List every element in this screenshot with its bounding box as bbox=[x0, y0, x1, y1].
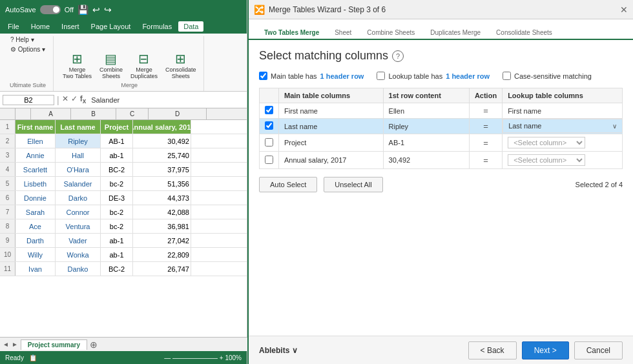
next-btn[interactable]: Next > bbox=[522, 341, 569, 359]
cell-a10[interactable]: Willy bbox=[16, 248, 56, 261]
main-table-header-checkbox[interactable] bbox=[259, 72, 267, 80]
combine-sheets-btn[interactable]: ▤ CombineSheets bbox=[97, 50, 125, 81]
cell-a3[interactable]: Annie bbox=[16, 148, 56, 162]
cell-d2[interactable]: 30,492 bbox=[133, 134, 191, 148]
save-icon[interactable]: 💾 bbox=[78, 5, 88, 15]
case-sensitive-checkbox[interactable] bbox=[503, 72, 511, 80]
row1-main-col[interactable]: First name bbox=[279, 103, 384, 119]
col-d-header[interactable]: D bbox=[149, 108, 207, 119]
row4-lookup-dropdown[interactable]: <Select column> bbox=[508, 154, 585, 166]
cell-a6[interactable]: Donnie bbox=[16, 191, 56, 205]
tab-file[interactable]: File bbox=[3, 21, 25, 32]
tab-formulas[interactable]: Formulas bbox=[137, 21, 177, 32]
tab-data[interactable]: Data bbox=[178, 21, 203, 32]
row4-checkbox-cell[interactable] bbox=[260, 152, 279, 169]
row2-checkbox[interactable] bbox=[265, 121, 273, 130]
cell-a7[interactable]: Sarah bbox=[16, 205, 56, 219]
row3-checkbox[interactable] bbox=[265, 138, 273, 147]
cell-c8[interactable]: bc-2 bbox=[101, 219, 133, 233]
row2-checkbox-cell[interactable] bbox=[260, 119, 279, 134]
table-row[interactable]: 11 Ivan Danko BC-2 26,747 bbox=[0, 262, 247, 276]
cell-c6[interactable]: DE-3 bbox=[101, 191, 133, 205]
cell-d3[interactable]: 25,740 bbox=[133, 148, 191, 162]
main-table-header-option[interactable]: Main table has 1 header row bbox=[259, 72, 364, 80]
cell-a9[interactable]: Darth bbox=[16, 234, 56, 247]
header-project[interactable]: Project bbox=[101, 120, 133, 134]
wizard-tab-duplicates[interactable]: Duplicates Merge bbox=[422, 26, 488, 40]
cell-d8[interactable]: 36,981 bbox=[133, 219, 191, 233]
wizard-tab-consolidate[interactable]: Consolidate Sheets bbox=[488, 26, 560, 40]
row1-lookup-col[interactable]: First name bbox=[503, 103, 623, 119]
unselect-all-btn[interactable]: Unselect All bbox=[324, 177, 382, 192]
sheet-nav-right[interactable]: ► bbox=[12, 341, 18, 348]
row1-checkbox-cell[interactable] bbox=[260, 103, 279, 119]
table-row[interactable]: 9 Darth Vader ab-1 27,042 bbox=[0, 234, 247, 248]
table-row[interactable]: 6 Donnie Darko DE-3 44,373 bbox=[0, 191, 247, 205]
redo-icon[interactable]: ↪ bbox=[104, 5, 112, 15]
cell-c10[interactable]: ab-1 bbox=[101, 248, 133, 261]
cell-c9[interactable]: ab-1 bbox=[101, 234, 133, 247]
cell-b10[interactable]: Wonka bbox=[56, 248, 101, 261]
cell-c4[interactable]: BC-2 bbox=[101, 163, 133, 176]
sheet-tab-project-summary[interactable]: Project summary bbox=[21, 339, 87, 350]
cell-b3[interactable]: Hall bbox=[56, 148, 101, 162]
cell-c11[interactable]: BC-2 bbox=[101, 262, 133, 276]
name-box[interactable] bbox=[3, 95, 54, 105]
wizard-tab-two-tables[interactable]: Two Tables Merge bbox=[256, 26, 327, 40]
col-b-header[interactable]: B bbox=[71, 108, 116, 119]
back-btn[interactable]: < Back bbox=[468, 341, 517, 359]
cell-b9[interactable]: Vader bbox=[56, 234, 101, 247]
row3-lookup-dropdown[interactable]: <Select column> bbox=[508, 137, 585, 148]
merge-two-tables-btn[interactable]: ⊞ MergeTwo Tables bbox=[60, 50, 94, 81]
cell-d7[interactable]: 42,088 bbox=[133, 205, 191, 219]
row4-lookup-col[interactable]: <Select column> bbox=[503, 152, 623, 169]
insert-function-icon[interactable]: fx bbox=[80, 94, 87, 105]
table-row[interactable]: 5 Lisbeth Salander bc-2 51,356 bbox=[0, 177, 247, 191]
merge-duplicates-btn[interactable]: ⊟ MergeDuplicates bbox=[128, 50, 160, 81]
add-sheet-btn[interactable]: ⊕ bbox=[90, 339, 98, 350]
wizard-close-btn[interactable]: ✕ bbox=[620, 5, 628, 15]
cancel-btn[interactable]: Cancel bbox=[574, 341, 623, 359]
sheet-nav-left[interactable]: ◄ bbox=[3, 341, 9, 348]
tab-page-layout[interactable]: Page Layout bbox=[86, 21, 136, 32]
cell-a4[interactable]: Scarlett bbox=[16, 163, 56, 176]
col-a-header[interactable]: A bbox=[31, 108, 71, 119]
cell-d4[interactable]: 37,975 bbox=[133, 163, 191, 176]
table-row[interactable]: 10 Willy Wonka ab-1 22,809 bbox=[0, 248, 247, 262]
cell-d6[interactable]: 44,373 bbox=[133, 191, 191, 205]
wizard-tab-sheet[interactable]: Sheet bbox=[327, 26, 359, 40]
col-c-header[interactable]: C bbox=[116, 108, 149, 119]
cell-c2[interactable]: AB-1 bbox=[101, 134, 133, 148]
lookup-table-header-checkbox[interactable] bbox=[377, 72, 385, 80]
cell-b11[interactable]: Danko bbox=[56, 262, 101, 276]
cell-a5[interactable]: Lisbeth bbox=[16, 177, 56, 190]
row1-checkbox[interactable] bbox=[265, 106, 273, 114]
tab-home[interactable]: Home bbox=[26, 21, 55, 32]
table-row[interactable]: 2 Ellen Ripley AB-1 30,492 bbox=[0, 134, 247, 148]
cell-d9[interactable]: 27,042 bbox=[133, 234, 191, 247]
table-row[interactable]: 4 Scarlett O'Hara BC-2 37,975 bbox=[0, 163, 247, 177]
confirm-formula-icon[interactable]: ✓ bbox=[71, 94, 78, 105]
row3-main-col[interactable]: Project bbox=[279, 134, 384, 152]
cell-d11[interactable]: 26,747 bbox=[133, 262, 191, 276]
header-salary[interactable]: Annual salary, 2017 bbox=[133, 120, 191, 134]
cell-b5[interactable]: Salander bbox=[56, 177, 101, 190]
cell-c5[interactable]: bc-2 bbox=[101, 177, 133, 190]
wizard-tab-combine[interactable]: Combine Sheets bbox=[359, 26, 422, 40]
heading-help-icon[interactable]: ? bbox=[392, 50, 404, 62]
help-btn[interactable]: ? Help ▾ bbox=[10, 36, 45, 43]
header-lastname[interactable]: Last name bbox=[56, 120, 101, 134]
cell-b8[interactable]: Ventura bbox=[56, 219, 101, 233]
cell-b2[interactable]: Ripley bbox=[56, 134, 101, 148]
table-row[interactable]: 8 Ace Ventura bc-2 36,981 bbox=[0, 219, 247, 234]
row3-lookup-col[interactable]: <Select column> bbox=[503, 134, 623, 152]
auto-select-btn[interactable]: Auto Select bbox=[259, 177, 317, 192]
row2-dropdown-arrow[interactable]: ∨ bbox=[612, 123, 617, 130]
cell-a8[interactable]: Ace bbox=[16, 219, 56, 233]
cell-d5[interactable]: 51,356 bbox=[133, 177, 191, 190]
row4-checkbox[interactable] bbox=[265, 156, 273, 164]
cancel-formula-icon[interactable]: ✕ bbox=[62, 94, 68, 105]
lookup-table-header-option[interactable]: Lookup table has 1 header row bbox=[377, 72, 490, 80]
table-row[interactable]: 7 Sarah Connor bc-2 42,088 bbox=[0, 205, 247, 219]
options-btn[interactable]: ⚙ Options ▾ bbox=[10, 46, 45, 53]
